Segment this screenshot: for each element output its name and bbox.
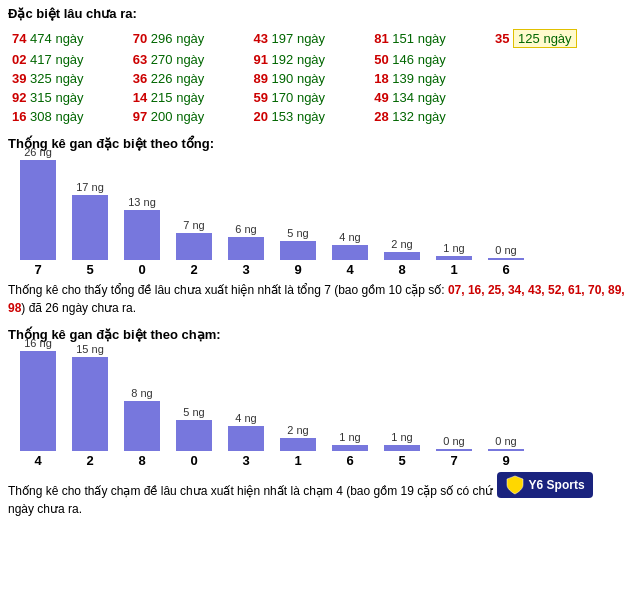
bar-top-label: 16 ng [24, 333, 52, 349]
bar-bottom-label: 2 [190, 262, 197, 277]
special-section-title: Đặc biệt lâu chưa ra: [8, 6, 627, 21]
bar [228, 426, 264, 451]
days-text: 132 ngày [392, 109, 446, 124]
bar-top-label: 6 ng [235, 219, 256, 235]
bar-bottom-label: 0 [190, 453, 197, 468]
bar-group: 5 ng0 [168, 402, 220, 468]
bar-bottom-label: 1 [450, 262, 457, 277]
bar-group: 6 ng3 [220, 219, 272, 277]
days-text: 151 ngày [392, 31, 446, 46]
table-row: 70 296 ngày [129, 27, 250, 50]
bar-top-label: 15 ng [76, 339, 104, 355]
num-red: 02 [12, 52, 26, 67]
yo-sports-badge: Y6 Sports [497, 472, 593, 498]
num-red: 43 [254, 31, 268, 46]
chart-tong-section: Thống kê gan đặc biệt theo tổng: 26 ng71… [8, 136, 627, 317]
bar-group: 7 ng2 [168, 215, 220, 277]
bar-bottom-label: 8 [398, 262, 405, 277]
bar-group: 0 ng7 [428, 431, 480, 468]
num-red: 92 [12, 90, 26, 105]
num-red: 50 [374, 52, 388, 67]
num-red: 36 [133, 71, 147, 86]
bar-group: 2 ng1 [272, 420, 324, 468]
table-row: 35 125 ngày [491, 27, 627, 50]
chart-tong-title: Thống kê gan đặc biệt theo tổng: [8, 136, 627, 151]
bar-top-label: 0 ng [495, 240, 516, 256]
days-text: 226 ngày [151, 71, 205, 86]
bar-group: 1 ng6 [324, 427, 376, 468]
num-red: 14 [133, 90, 147, 105]
bar-bottom-label: 9 [294, 262, 301, 277]
bar-bottom-label: 6 [346, 453, 353, 468]
num-red: 63 [133, 52, 147, 67]
days-text: 190 ngày [272, 71, 326, 86]
bar [332, 445, 368, 451]
days-text: 197 ngày [272, 31, 326, 46]
bar-bottom-label: 4 [34, 453, 41, 468]
cham-note-2: ngày chưa ra. [8, 502, 82, 516]
bar-bottom-label: 2 [86, 453, 93, 468]
table-row: 14 215 ngày [129, 88, 250, 107]
bar-bottom-label: 3 [242, 262, 249, 277]
bar-bottom-label: 1 [294, 453, 301, 468]
bar [436, 449, 472, 451]
bar-group: 5 ng9 [272, 223, 324, 277]
days-text: 139 ngày [392, 71, 446, 86]
table-row: 16 308 ngày [8, 107, 129, 126]
special-table: 74 474 ngày70 296 ngày43 197 ngày81 151 … [8, 27, 627, 126]
table-row: 50 146 ngày [370, 50, 491, 69]
bar [384, 252, 420, 260]
shield-icon [505, 475, 525, 495]
bar-group: 17 ng5 [64, 177, 116, 277]
days-text: 417 ngày [30, 52, 84, 67]
bar-top-label: 13 ng [128, 192, 156, 208]
bar-group: 4 ng3 [220, 408, 272, 468]
bar-bottom-label: 0 [138, 262, 145, 277]
bar-bottom-label: 7 [34, 262, 41, 277]
bar-top-label: 1 ng [391, 427, 412, 443]
bar [488, 449, 524, 451]
bar [384, 445, 420, 451]
bar [436, 256, 472, 260]
chart-cham-bars: 16 ng415 ng28 ng85 ng04 ng32 ng11 ng61 n… [8, 348, 627, 468]
num-red: 20 [254, 109, 268, 124]
bar-group: 15 ng2 [64, 339, 116, 468]
bar [280, 438, 316, 451]
num-red: 18 [374, 71, 388, 86]
bar-group: 13 ng0 [116, 192, 168, 277]
days-text: 474 ngày [30, 31, 84, 46]
days-text: 325 ngày [30, 71, 84, 86]
table-row: 89 190 ngày [250, 69, 371, 88]
chart-cham-note: Thống kê cho thấy chạm đề lâu chưa xuất … [8, 472, 627, 518]
num-red: 59 [254, 90, 268, 105]
bar-group: 8 ng8 [116, 383, 168, 468]
bar-bottom-label: 5 [86, 262, 93, 277]
table-row: 91 192 ngày [250, 50, 371, 69]
highlight-nums: 07, 16, 25, 34, 43, 52, 61, 70, 89, 98 [8, 283, 625, 315]
days-text: 134 ngày [392, 90, 446, 105]
bar-top-label: 4 ng [235, 408, 256, 424]
days-text: 296 ngày [151, 31, 205, 46]
bar [20, 160, 56, 260]
bar-bottom-label: 7 [450, 453, 457, 468]
bar-group: 26 ng7 [12, 142, 64, 277]
bar [20, 351, 56, 451]
num-red: 28 [374, 109, 388, 124]
num-red: 39 [12, 71, 26, 86]
table-row: 63 270 ngày [129, 50, 250, 69]
num-red: 81 [374, 31, 388, 46]
num-red: 74 [12, 31, 26, 46]
bar [72, 357, 108, 451]
bar-bottom-label: 5 [398, 453, 405, 468]
table-row: 81 151 ngày [370, 27, 491, 50]
days-text: 170 ngày [272, 90, 326, 105]
table-row: 59 170 ngày [250, 88, 371, 107]
bar-top-label: 8 ng [131, 383, 152, 399]
yo-sports-label: Y6 Sports [529, 476, 585, 494]
table-row: 20 153 ngày [250, 107, 371, 126]
table-row: 18 139 ngày [370, 69, 491, 88]
table-row: 39 325 ngày [8, 69, 129, 88]
bar-group: 0 ng6 [480, 240, 532, 277]
bar-top-label: 5 ng [287, 223, 308, 239]
days-text: 308 ngày [30, 109, 84, 124]
